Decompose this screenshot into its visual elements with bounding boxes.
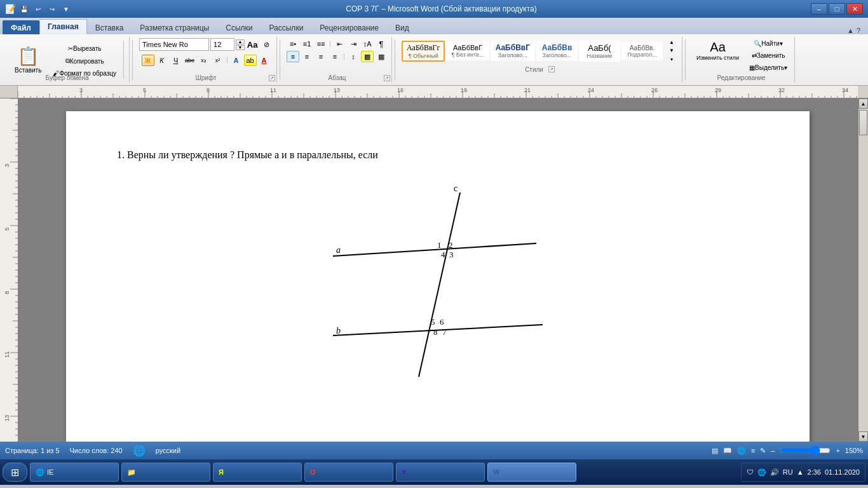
ruler-canvas <box>18 86 858 98</box>
zoom-in-btn[interactable]: + <box>836 447 839 454</box>
numbering-button[interactable]: ≡1 <box>301 38 313 50</box>
diagram-container: c a b 1 2 4 3 5 6 8 7 <box>295 180 581 396</box>
zoom-out-btn[interactable]: – <box>771 447 775 454</box>
styles-more[interactable]: ▾ <box>665 55 678 64</box>
styles-group-expand[interactable]: ↗ <box>548 66 555 72</box>
zoom-slider[interactable] <box>780 445 831 456</box>
change-styles-label: Изменить стили <box>696 55 739 61</box>
view-web-btn[interactable]: 🌐 <box>737 447 746 455</box>
font-size-box[interactable]: 12 <box>210 38 234 51</box>
copy-button[interactable]: ⧉ Копировать <box>50 55 119 67</box>
paragraph-group-expand[interactable]: ↗ <box>384 75 390 81</box>
qat-save[interactable]: 💾 <box>18 4 30 14</box>
paste-button[interactable]: 📋 Вставить <box>9 43 47 77</box>
style-subtitle[interactable]: АаБбВв. Подзагол... <box>621 42 663 60</box>
style-normal[interactable]: АаБбВвГг ¶ Обычный <box>402 41 445 62</box>
view-outline-btn[interactable]: ≡ <box>751 447 755 454</box>
tab-insert[interactable]: Вставка <box>87 20 132 34</box>
opera-icon: O <box>310 468 316 476</box>
superscript-button[interactable]: x² <box>212 55 224 66</box>
tab-mailings[interactable]: Рассылки <box>261 20 311 34</box>
taskbar-yahoo[interactable]: Y <box>396 463 485 482</box>
shading-button[interactable]: ▩ <box>361 51 374 62</box>
taskbar-opera[interactable]: O <box>304 463 393 482</box>
tray-network-icon: 🌐 <box>757 468 766 477</box>
view-read-btn[interactable]: 📖 <box>723 447 732 455</box>
font-name-box[interactable]: Times New Ro <box>139 38 209 51</box>
show-formatting-button[interactable]: ¶ <box>375 38 388 50</box>
qat-undo[interactable]: ↩ <box>32 4 44 14</box>
sort-button[interactable]: ↕A <box>361 38 374 50</box>
font-color-button[interactable]: A <box>258 55 271 66</box>
scroll-up-button[interactable]: ▲ <box>858 98 868 109</box>
bold-button[interactable]: Ж <box>142 55 154 66</box>
clear-format-button[interactable]: ⊘ <box>260 39 273 50</box>
view-normal-btn[interactable]: ▤ <box>712 447 718 455</box>
replace-button[interactable]: ⇄ Заменить <box>746 50 790 61</box>
ribbon-collapse-btn[interactable]: ▲ <box>847 27 854 34</box>
document-scroll[interactable]: 1. Верны ли утверждения ? Прямые а и в п… <box>18 98 858 442</box>
style-title[interactable]: АаБб( Название <box>579 41 620 62</box>
vertical-scrollbar[interactable]: ▲ ▼ <box>858 98 868 442</box>
word-icon: 📝 <box>5 4 16 14</box>
help-btn[interactable]: ? <box>857 27 860 34</box>
angle-6: 6 <box>440 317 444 327</box>
qat-dropdown[interactable]: ▼ <box>60 4 72 14</box>
tab-file[interactable]: Файл <box>3 20 39 34</box>
geometry-diagram: c a b 1 2 4 3 5 6 8 7 <box>295 180 581 396</box>
style-heading1-label: Заголово... <box>496 52 530 58</box>
tab-references[interactable]: Ссылки <box>217 20 261 34</box>
underline-button[interactable]: Ч <box>170 55 182 66</box>
minimize-button[interactable]: – <box>811 3 827 15</box>
change-styles-button[interactable]: Аа Изменить стили <box>692 38 743 63</box>
tab-home[interactable]: Главная <box>39 19 87 34</box>
tab-view[interactable]: Вид <box>387 20 417 34</box>
taskbar-word[interactable]: W <box>487 463 576 482</box>
taskbar-yandex[interactable]: Я <box>213 463 302 482</box>
multilevel-list-button[interactable]: ≡≡ <box>315 38 327 50</box>
cut-button[interactable]: ✂ Вырезать <box>50 43 119 54</box>
increase-indent-button[interactable]: ⇥ <box>347 38 360 50</box>
tab-review[interactable]: Рецензирование <box>311 20 387 34</box>
font-group-expand[interactable]: ↗ <box>269 75 275 81</box>
italic-button[interactable]: К <box>156 55 168 66</box>
taskbar-explorer[interactable]: 📁 <box>121 463 210 482</box>
find-button[interactable]: 🔍 Найти ▾ <box>746 38 790 49</box>
scroll-down-button[interactable]: ▼ <box>858 431 868 442</box>
font-size-decrease[interactable]: ▼ <box>236 45 245 50</box>
align-left-button[interactable]: ≡ <box>287 51 299 62</box>
close-button[interactable]: ✕ <box>846 3 863 15</box>
styles-scroll-up[interactable]: ▲ <box>665 38 678 46</box>
qat-redo[interactable]: ↪ <box>46 4 58 14</box>
change-case-button[interactable]: Аа <box>246 39 259 50</box>
start-button[interactable]: ⊞ <box>3 463 27 482</box>
folder-icon: 📁 <box>127 468 136 477</box>
bullets-button[interactable]: ≡• <box>287 38 299 50</box>
tab-layout[interactable]: Разметка страницы <box>132 20 217 34</box>
text-highlight-button[interactable]: ab <box>244 55 257 66</box>
scroll-thumb[interactable] <box>859 110 867 135</box>
styles-group: АаБбВвГг ¶ Обычный АаБбВвГ ¶ Без инте...… <box>398 37 682 83</box>
style-nospace[interactable]: АаБбВвГ ¶ Без инте... <box>446 41 489 60</box>
tray-lang: RU <box>783 468 793 476</box>
line-spacing-button[interactable]: ↕ <box>347 51 360 62</box>
ribbon-tabs: Файл Главная Вставка Разметка страницы С… <box>0 18 868 34</box>
align-center-button[interactable]: ≡ <box>301 51 313 62</box>
statusbar: Страница: 1 из 5 Число слов: 240 🌐 русск… <box>0 442 868 459</box>
ruler-end <box>858 86 868 98</box>
align-right-button[interactable]: ≡ <box>315 51 327 62</box>
view-draft-btn[interactable]: ✎ <box>760 447 766 455</box>
style-heading1[interactable]: АаБбВвГ Заголово... <box>491 41 535 61</box>
text-effects-button[interactable]: A <box>230 55 243 66</box>
justify-button[interactable]: ≡ <box>329 51 341 62</box>
maximize-button[interactable]: □ <box>829 3 845 15</box>
select-button[interactable]: ▦ Выделить ▾ <box>746 62 790 73</box>
subscript-button[interactable]: x₂ <box>198 55 210 66</box>
strikethrough-button[interactable]: abe <box>184 55 196 66</box>
style-heading2[interactable]: АаБбВв Заголово... <box>536 41 578 61</box>
decrease-indent-button[interactable]: ⇤ <box>333 38 346 50</box>
styles-scroll-down[interactable]: ▼ <box>665 46 678 54</box>
borders-button[interactable]: ▦ <box>375 51 388 62</box>
taskbar-ie[interactable]: 🌐 IE <box>30 463 119 482</box>
font-size-increase[interactable]: ▲ <box>236 39 245 44</box>
